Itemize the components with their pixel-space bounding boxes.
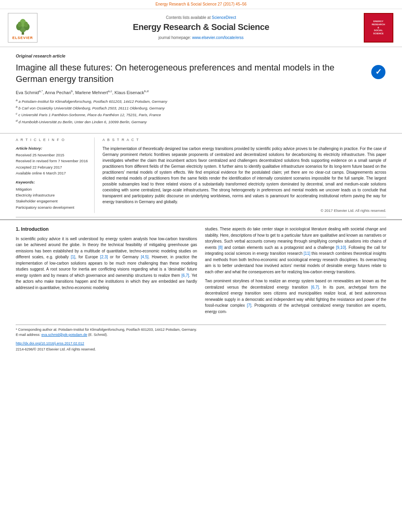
section-divider [16,217,386,217]
keyword-4: Participatory scenario development [16,205,88,210]
ref-4-5[interactable]: [4,5] [141,255,148,259]
ref-9-10[interactable]: [9,10] [336,245,346,250]
abstract-heading: A B S T R A C T [102,137,386,143]
copyright-line: © 2017 Elsevier Ltd. All rights reserved… [102,208,386,213]
affiliations: a a Potsdam-Institut für Klimafolgenfors… [16,98,386,125]
doi-url[interactable]: http://dx.doi.org/10.1016/j.erss.2017.02… [16,341,84,345]
email-link[interactable]: eva.schmid@pik-potsdam.de [41,333,87,337]
article-history-label: Article history: [16,146,88,151]
introduction-col2: studies. These aspects do take center st… [205,226,386,315]
footnote-star: * Corresponding author at: Potsdam-Insti… [16,327,386,332]
contents-line: Contents lists available at ScienceDirec… [43,15,359,20]
ref-8[interactable]: [8] [218,245,223,250]
doi-line[interactable]: http://dx.doi.org/10.1016/j.erss.2017.02… [0,339,402,347]
article-info-abstract-section: A R T I C L E I N F O Article history: R… [0,133,402,217]
keywords-label: Keywords: [16,180,88,185]
author-klaus: Klaus Eisenack [115,90,144,95]
ref-1[interactable]: [1] [71,255,75,259]
main-body: 1. Introduction In scientific policy adv… [0,219,402,321]
elsevier-box: ELSEVIER [8,13,37,43]
section-label: 1. Introduction [16,226,197,233]
journal-url[interactable]: www.elsevier.com/locate/erss [192,35,244,40]
intro-paragraph-3: Two prominent storylines of how to reali… [205,278,386,315]
journal-logo-box: ENERGY RESEARCH & SOCIAL SCIENCE [364,13,393,43]
footnote-email: E-mail address: eva.schmid@pik-potsdam.d… [16,332,386,337]
paper-title: Imagine all these futures: On heterogene… [16,62,365,85]
issn-line: 2214-6296/© 2017 Elsevier Ltd. All right… [0,347,402,356]
author-marlene: Marlene Mehnert [75,90,108,95]
abstract-text: The implementation of theoretically desi… [102,146,386,205]
journal-homepage: journal homepage: www.elsevier.com/locat… [43,35,359,41]
svg-text:✓: ✓ [375,67,382,76]
elsevier-label: ELSEVIER [12,35,33,41]
footnote-divider [16,324,386,325]
abstract-column: A B S T R A C T The implementation of th… [102,137,386,213]
crossmark-icon: ✓ [370,64,386,80]
article-info-column: A R T I C L E I N F O Article history: R… [16,137,95,213]
journal-reference: Energy Research & Social Science 27 (201… [155,2,246,6]
keywords-section: Keywords: Mitigation Electricity infrast… [16,180,88,209]
authors-line: Eva Schmida,*, Anna Pechanb, Marlene Meh… [16,89,386,96]
svg-point-6 [24,22,28,27]
intro-paragraph-1: In scientific policy advice it is well u… [16,236,197,291]
introduction-col1: 1. Introduction In scientific policy adv… [16,226,197,315]
intro-paragraph-2: studies. These aspects do take center st… [205,226,386,275]
author-anna: Anna Pechan [45,90,71,95]
affiliation-d: d d Humboldt-Universität zu Berlin, Unte… [16,119,386,125]
journal-header: ELSEVIER Contents lists available at Sci… [0,9,402,47]
revised-date: Received in revised form 7 November 2016 [16,158,88,163]
journal-title: Energy Research & Social Science [43,21,359,33]
keyword-3: Stakeholder engagement [16,198,88,204]
elsevier-logo-area: ELSEVIER [8,13,39,43]
svg-point-5 [18,22,22,27]
paper-title-area: Imagine all these futures: On heterogene… [16,62,386,85]
available-date: Available online 6 March 2017 [16,171,88,176]
paper-section: Original research article Imagine all th… [0,47,402,129]
received-date: Received 25 November 2015 [16,152,88,158]
footnote-area: * Corresponding author at: Potsdam-Insti… [0,327,402,339]
ref-11[interactable]: [11] [304,251,311,256]
sciencedirect-link[interactable]: ScienceDirect [212,15,236,20]
article-info-heading: A R T I C L E I N F O [16,137,88,143]
ref-6-7[interactable]: [6,7] [181,273,189,278]
ref-7b[interactable]: [7] [247,303,251,308]
elsevier-tree-icon [13,16,33,35]
affiliation-c: c c Université Paris 1 Panthéon-Sorbonne… [16,111,386,118]
accepted-date: Accepted 22 February 2017 [16,165,88,170]
affiliation-b: b b Carl von Ossietzky Universität Olden… [16,105,386,111]
keyword-2: Electricity infrastructure [16,193,88,198]
article-type: Original research article [16,53,386,59]
affiliation-a: a a Potsdam-Institut für Klimafolgenfors… [16,98,386,104]
journal-center: Contents lists available at ScienceDirec… [43,15,359,41]
journal-logo-right: ENERGY RESEARCH & SOCIAL SCIENCE [363,13,394,43]
ref-6-7b[interactable]: [6,7] [311,285,318,289]
crossmark-logo[interactable]: ✓ [370,64,386,80]
author-eva: Eva Schmid [16,90,39,95]
journal-ref-bar: Energy Research & Social Science 27 (201… [0,0,402,9]
keyword-1: Mitigation [16,187,88,192]
ref-2-3[interactable]: [2,3] [100,255,108,259]
